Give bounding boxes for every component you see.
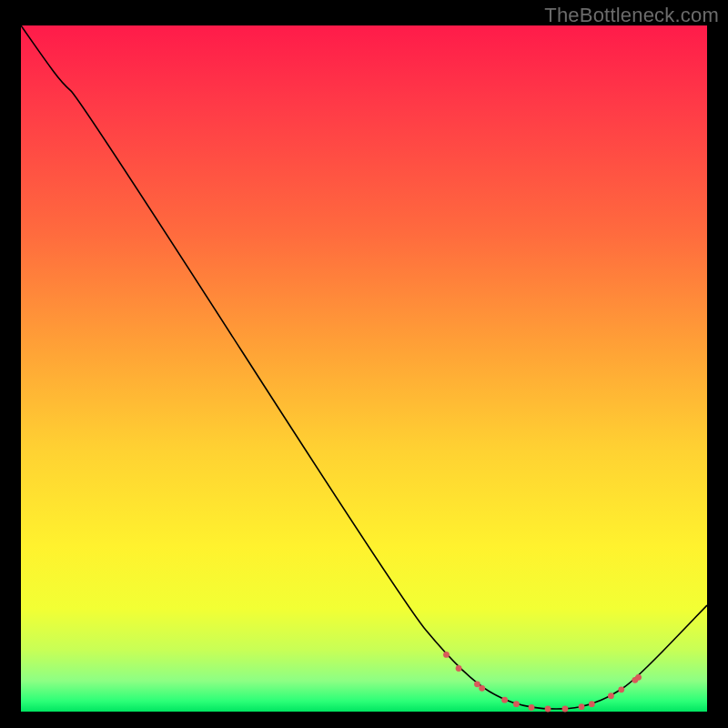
svg-point-2 bbox=[474, 681, 480, 687]
bottleneck-chart bbox=[0, 0, 728, 728]
svg-point-9 bbox=[579, 703, 585, 710]
svg-point-12 bbox=[618, 686, 624, 693]
svg-point-4 bbox=[501, 697, 508, 703]
plot-background bbox=[21, 25, 707, 712]
svg-point-1 bbox=[456, 665, 462, 672]
svg-point-8 bbox=[562, 706, 569, 713]
svg-point-7 bbox=[545, 706, 551, 713]
svg-point-11 bbox=[608, 693, 614, 699]
svg-point-0 bbox=[443, 652, 450, 658]
svg-point-10 bbox=[589, 701, 595, 707]
svg-point-5 bbox=[513, 701, 520, 707]
svg-point-14 bbox=[635, 674, 642, 681]
svg-point-6 bbox=[529, 704, 535, 711]
chart-container: TheBottleneck.com bbox=[0, 0, 728, 728]
svg-point-3 bbox=[479, 685, 485, 692]
watermark-text: TheBottleneck.com bbox=[544, 4, 719, 27]
